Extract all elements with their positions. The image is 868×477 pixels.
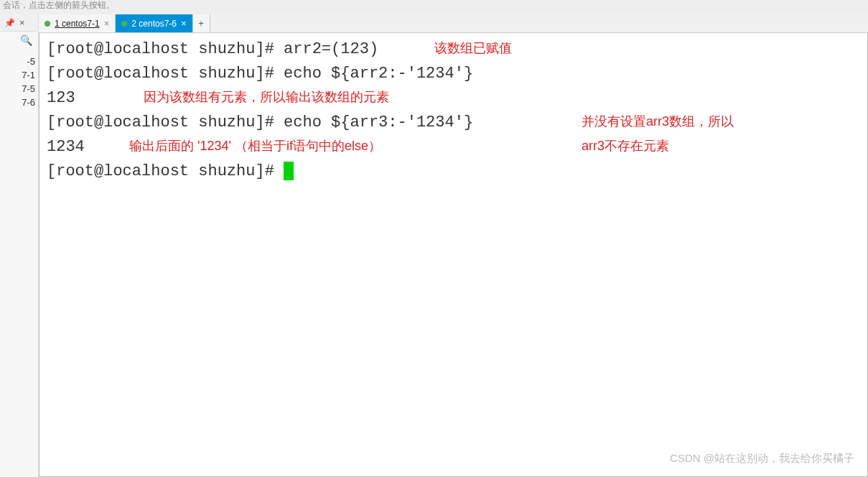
status-dot-icon: [45, 21, 50, 27]
list-item[interactable]: -5: [0, 55, 38, 68]
terminal-line: 123因为该数组有元素，所以输出该数组的元素: [47, 86, 860, 111]
terminal-line: [root@localhost shuzhu]# arr2=(123)该数组已赋…: [47, 37, 860, 62]
terminal-line: [root@localhost shuzhu]#: [47, 159, 860, 184]
terminal[interactable]: [root@localhost shuzhu]# arr2=(123)该数组已赋…: [39, 33, 868, 477]
pin-icon[interactable]: 📌: [4, 18, 15, 28]
close-icon[interactable]: ×: [104, 18, 110, 29]
list-item[interactable]: 7-1: [0, 68, 38, 82]
close-icon[interactable]: ×: [19, 17, 25, 28]
tab-bar: 1 centos7-1 × 2 centos7-6 × +: [39, 14, 868, 33]
annotation: 该数组已赋值: [434, 39, 512, 59]
content-area: 1 centos7-1 × 2 centos7-6 × + [root@loca…: [39, 14, 868, 477]
sidebar-search-row: 🔍: [0, 32, 38, 49]
terminal-line: [root@localhost shuzhu]# echo ${arr2:-'1…: [47, 62, 860, 86]
close-icon[interactable]: ×: [181, 18, 187, 29]
sidebar-list: -5 7-1 7-5 7-6: [0, 49, 38, 109]
annotation: 并没有设置arr3数组，所以: [582, 112, 734, 132]
list-item[interactable]: 7-6: [0, 96, 38, 109]
terminal-line: 1234输出后面的 '1234' （相当于if语句中的else）arr3不存在元…: [47, 135, 860, 159]
tab-centos7-6[interactable]: 2 centos7-6 ×: [116, 14, 192, 32]
list-item[interactable]: 7-5: [0, 82, 38, 96]
search-icon[interactable]: 🔍: [20, 34, 32, 46]
tab-centos7-1[interactable]: 1 centos7-1 ×: [39, 14, 116, 32]
status-dot-icon: [121, 21, 127, 27]
sidebar-header: 📌 ×: [0, 14, 38, 32]
cursor-icon: [284, 162, 294, 180]
annotation: arr3不存在元素: [582, 136, 669, 157]
annotation: 输出后面的 '1234' （相当于if语句中的else）: [129, 136, 381, 157]
add-tab-button[interactable]: +: [193, 14, 210, 32]
annotation: 因为该数组有元素，所以输出该数组的元素: [144, 88, 389, 108]
main-area: 📌 × 🔍 -5 7-1 7-5 7-6 1 centos7-1 × 2 cen…: [0, 14, 868, 477]
tab-label: 1 centos7-1: [55, 19, 100, 29]
terminal-line: [root@localhost shuzhu]# echo ${arr3:-'1…: [47, 111, 860, 135]
top-hint-text: 会话，点击左侧的箭头按钮。: [0, 0, 868, 14]
tab-label: 2 centos7-6: [131, 19, 177, 29]
sidebar: 📌 × 🔍 -5 7-1 7-5 7-6: [0, 14, 39, 477]
watermark: CSDN @站在这别动，我去给你买橘子: [670, 450, 854, 466]
